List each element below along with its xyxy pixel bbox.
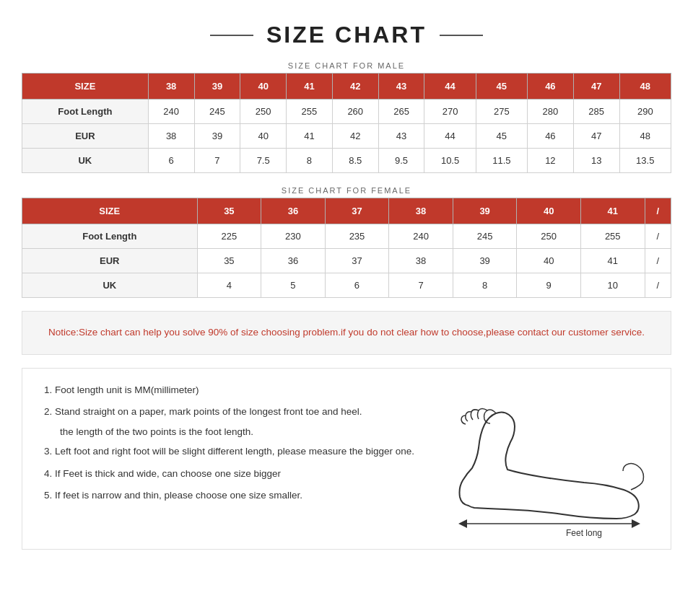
table-cell: 38 (389, 249, 453, 273)
table-cell: 275 (476, 100, 527, 124)
female-header-cell: / (645, 198, 671, 224)
table-cell: 13 (573, 149, 619, 173)
row-label: UK (22, 149, 149, 173)
table-cell: 44 (424, 124, 476, 149)
table-cell: 13.5 (619, 149, 671, 173)
foot-diagram: Feet long (440, 383, 656, 534)
table-row: UK677.588.59.510.511.5121313.5 (22, 149, 671, 173)
table-cell: 7.5 (240, 149, 287, 173)
page-title: SIZE CHART (266, 22, 427, 48)
table-cell: 10.5 (424, 149, 476, 173)
male-header-cell: 38 (148, 74, 194, 100)
male-header-row: SIZE3839404142434445464748 (22, 74, 671, 100)
row-label: Foot Length (22, 100, 149, 124)
table-cell: 41 (580, 249, 645, 273)
female-header-row: SIZE35363738394041/ (22, 198, 671, 224)
table-cell: 40 (517, 249, 581, 273)
male-header-cell: SIZE (22, 74, 149, 100)
instruction-item: 3. Left foot and right foot will be slig… (44, 444, 440, 459)
row-label: UK (22, 273, 198, 298)
table-cell: 47 (573, 124, 619, 149)
table-cell: 245 (194, 100, 240, 124)
instruction-item: 1. Foot length unit is MM(millimeter) (44, 383, 440, 397)
table-cell: 240 (148, 100, 194, 124)
title-line-right (440, 35, 483, 36)
table-cell: 38 (148, 124, 194, 149)
row-label: EUR (22, 249, 198, 273)
page: SIZE CHART SIZE CHART FOR MALE SIZE38394… (0, 0, 693, 571)
table-cell: 40 (240, 124, 287, 149)
foot-illustration: Feet long (447, 405, 649, 542)
male-label: SIZE CHART FOR MALE (22, 61, 671, 70)
table-cell: 46 (527, 124, 573, 149)
female-section: SIZE CHART FOR FEMALE SIZE35363738394041… (22, 186, 671, 298)
male-header-cell: 46 (527, 74, 573, 100)
table-row: Foot Length24024525025526026527027528028… (22, 100, 671, 124)
table-row: UK45678910/ (22, 273, 671, 298)
foot-svg: Feet long (447, 405, 649, 534)
notice-text: Notice:Size chart can help you solve 90%… (48, 327, 645, 338)
female-label: SIZE CHART FOR FEMALE (22, 186, 671, 195)
table-cell: 39 (194, 124, 240, 149)
table-cell: 45 (476, 124, 527, 149)
svg-text:Feet long: Feet long (566, 528, 602, 538)
male-header-cell: 47 (573, 74, 619, 100)
male-header-cell: 41 (287, 74, 333, 100)
title-row: SIZE CHART (22, 22, 671, 48)
table-cell: 4 (197, 273, 261, 298)
male-section: SIZE CHART FOR MALE SIZE3839404142434445… (22, 61, 671, 173)
male-tbody: Foot Length24024525025526026527027528028… (22, 100, 671, 173)
female-table: SIZE35363738394041/ Foot Length225230235… (22, 198, 671, 298)
male-header-cell: 43 (378, 74, 424, 100)
table-cell: 6 (148, 149, 194, 173)
table-cell: / (645, 249, 671, 273)
row-label: Foot Length (22, 224, 198, 249)
table-cell: 245 (453, 224, 517, 249)
title-line-left (210, 35, 253, 36)
instruction-item: 2. Stand straight on a paper, mark point… (44, 405, 440, 419)
female-tbody: Foot Length225230235240245250255/EUR3536… (22, 224, 671, 298)
table-cell: 8.5 (332, 149, 378, 173)
table-cell: 290 (619, 100, 671, 124)
table-cell: 285 (573, 100, 619, 124)
table-cell: 260 (332, 100, 378, 124)
table-row: Foot Length225230235240245250255/ (22, 224, 671, 249)
table-cell: 35 (197, 249, 261, 273)
instructions-text: 1. Foot length unit is MM(millimeter)2. … (44, 383, 440, 510)
male-header-cell: 45 (476, 74, 527, 100)
table-cell: 235 (325, 224, 389, 249)
female-header-cell: 41 (580, 198, 645, 224)
table-cell: 265 (378, 100, 424, 124)
table-cell: 39 (453, 249, 517, 273)
table-cell: 9.5 (378, 149, 424, 173)
table-row: EUR3839404142434445464748 (22, 124, 671, 149)
table-row: EUR35363738394041/ (22, 249, 671, 273)
table-cell: 9 (517, 273, 581, 298)
male-header-cell: 44 (424, 74, 476, 100)
male-header-cell: 42 (332, 74, 378, 100)
table-cell: 48 (619, 124, 671, 149)
female-header-cell: 40 (517, 198, 581, 224)
table-cell: 42 (332, 124, 378, 149)
female-header-cell: 36 (261, 198, 326, 224)
female-header-cell: 39 (453, 198, 517, 224)
table-cell: 6 (325, 273, 389, 298)
table-cell: 7 (194, 149, 240, 173)
female-header-cell: SIZE (22, 198, 198, 224)
female-header-cell: 37 (325, 198, 389, 224)
table-cell: 36 (261, 249, 326, 273)
table-cell: 5 (261, 273, 326, 298)
table-cell: 7 (389, 273, 453, 298)
table-cell: 280 (527, 100, 573, 124)
table-cell: 230 (261, 224, 326, 249)
table-cell: 270 (424, 100, 476, 124)
table-cell: 37 (325, 249, 389, 273)
instruction-sub-item: the length of the two points is the foot… (44, 426, 440, 437)
table-cell: 240 (389, 224, 453, 249)
instructions-list: 1. Foot length unit is MM(millimeter)2. … (44, 383, 440, 503)
table-cell: 10 (580, 273, 645, 298)
table-cell: 11.5 (476, 149, 527, 173)
table-cell: 255 (580, 224, 645, 249)
table-cell: / (645, 273, 671, 298)
female-header-cell: 35 (197, 198, 261, 224)
